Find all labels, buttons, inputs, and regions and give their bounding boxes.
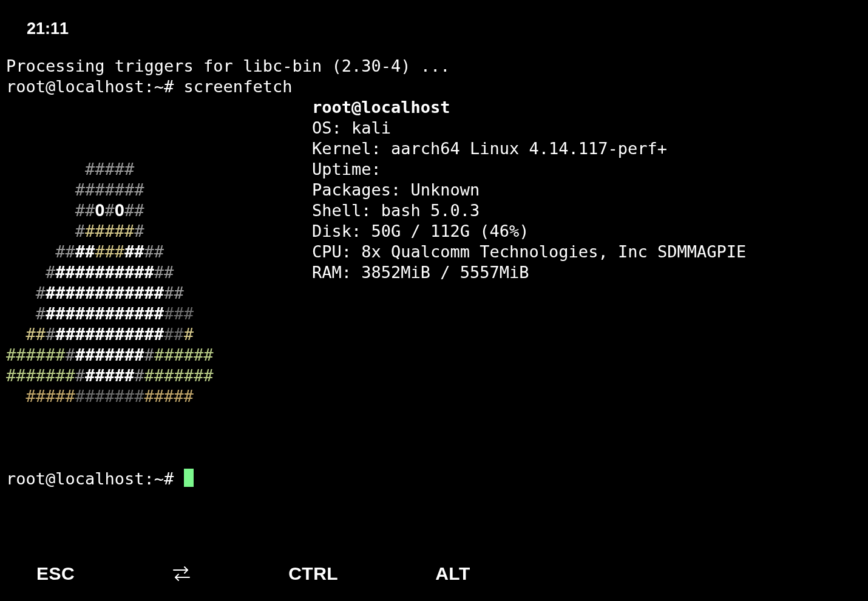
tab-key[interactable]: [172, 566, 191, 582]
status-time: 21:11: [27, 19, 69, 38]
cursor: [184, 469, 194, 487]
terminal-output[interactable]: Processing triggers for libc-bin (2.30-4…: [0, 45, 868, 546]
status-bar: 21:11: [0, 0, 868, 45]
ctrl-key[interactable]: CTRL: [288, 563, 338, 584]
key-toolbar: ESC CTRL ALT: [0, 546, 868, 601]
esc-key[interactable]: ESC: [36, 563, 75, 584]
alt-key[interactable]: ALT: [435, 563, 470, 584]
